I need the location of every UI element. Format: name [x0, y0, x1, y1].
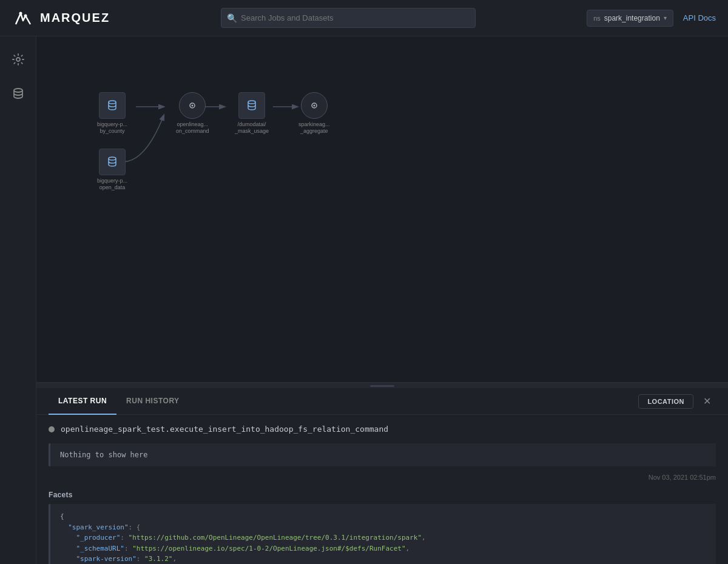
graph-edges-svg [36, 36, 728, 382]
svg-point-7 [109, 101, 116, 104]
dataset-node-box-2 [238, 92, 265, 119]
node-bigquery-county[interactable]: bigquery-p...by_county [97, 92, 127, 135]
code-empty-message: Nothing to show here [60, 451, 148, 459]
svg-point-3 [14, 89, 22, 92]
search-wrapper: 🔍 [221, 8, 476, 28]
tabs-bar: LATEST RUN RUN HISTORY LOCATION ✕ [36, 388, 728, 415]
namespace-badge[interactable]: ns spark_integration ▾ [587, 10, 673, 27]
job-title: openlineage_spark_test.execute_insert_in… [61, 425, 388, 434]
svg-point-2 [16, 58, 20, 61]
job-node-box [179, 92, 206, 119]
tab-latest-run[interactable]: LATEST RUN [49, 388, 116, 415]
svg-point-12 [313, 105, 315, 107]
dataset-node-box [99, 92, 126, 119]
run-timestamp: Nov 03, 2021 02:51pm [36, 471, 728, 486]
search-icon: 🔍 [227, 13, 237, 23]
svg-point-0 [19, 12, 22, 15]
schema-url-key: "_schemaURL" [76, 545, 124, 552]
timestamp-value: Nov 03, 2021 02:51pm [649, 474, 716, 481]
svg-point-9 [192, 105, 194, 107]
graph-container[interactable]: bigquery-p...by_county openlineag...on_c… [36, 36, 728, 383]
producer-value: "https://github.com/OpenLineage/OpenLine… [129, 534, 422, 542]
status-dot [49, 426, 55, 432]
main-layout: bigquery-p...by_county openlineag...on_c… [0, 36, 728, 564]
bottom-panel: LATEST RUN RUN HISTORY LOCATION ✕ openli… [36, 388, 728, 564]
app-header: MARQUEZ 🔍 ns spark_integration ▾ API Doc… [0, 0, 728, 36]
node-openlineage-job[interactable]: openlineag...on_command [176, 92, 209, 135]
drag-bar [370, 385, 394, 387]
resize-handle[interactable] [36, 383, 728, 388]
job-node-box-2 [301, 92, 328, 119]
chevron-down-icon: ▾ [664, 15, 667, 21]
facets-label: Facets [36, 486, 728, 502]
sidebar [0, 36, 36, 564]
spark-version-val-key: "spark-version" [76, 555, 136, 563]
settings-icon [12, 53, 25, 66]
node-openlineage-job-label: openlineag...on_command [176, 121, 209, 135]
svg-point-13 [109, 157, 116, 160]
node-dumodatai[interactable]: /dumodatai/_mask_usage [235, 92, 269, 135]
node-bigquery-open[interactable]: bigquery-p...open_data [97, 149, 127, 191]
node-sparkineag-agg[interactable]: sparkineag..._aggregate [298, 92, 330, 135]
canvas-area: bigquery-p...by_county openlineag...on_c… [36, 36, 728, 564]
sidebar-item-database[interactable] [7, 82, 29, 104]
search-input[interactable] [221, 8, 476, 28]
svg-point-1 [24, 14, 27, 17]
json-open-brace: { [60, 512, 64, 520]
node-bigquery-open-label: bigquery-p...open_data [97, 178, 127, 191]
api-docs-link[interactable]: API Docs [683, 13, 716, 22]
sidebar-item-settings[interactable] [7, 49, 29, 70]
node-dumodatai-label: /dumodatai/_mask_usage [235, 121, 269, 135]
marquez-logo-icon [12, 7, 34, 29]
database-icon [12, 87, 25, 100]
node-bigquery-county-label: bigquery-p...by_county [97, 121, 127, 135]
facets-json-box: { "spark_version": { "_producer": "https… [49, 504, 716, 564]
svg-point-10 [248, 101, 255, 104]
logo-area: MARQUEZ [12, 7, 110, 29]
ns-value: spark_integration [604, 14, 660, 22]
dataset-node-box-3 [99, 149, 126, 175]
search-bar-container: 🔍 [110, 8, 587, 28]
job-title-area: openlineage_spark_test.execute_insert_in… [36, 415, 728, 438]
code-empty-box: Nothing to show here [49, 443, 716, 466]
close-button[interactable]: ✕ [698, 393, 716, 409]
spark-version-val-value: "3.1.2" [144, 555, 172, 563]
location-button[interactable]: LOCATION [638, 394, 693, 409]
schema-url-value: "https://openlineage.io/spec/1-0-2/OpenL… [132, 545, 405, 552]
header-right: ns spark_integration ▾ API Docs [587, 10, 716, 27]
tab-run-history[interactable]: RUN HISTORY [116, 388, 189, 415]
logo-text: MARQUEZ [40, 11, 110, 25]
ns-label: ns [593, 15, 601, 22]
producer-key: "_producer" [76, 534, 121, 542]
spark-version-key: "spark_version" [68, 523, 128, 531]
node-sparkineag-agg-label: sparkineag..._aggregate [298, 121, 330, 135]
